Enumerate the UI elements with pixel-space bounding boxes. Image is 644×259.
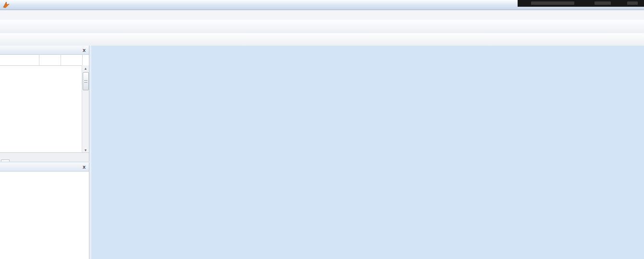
title-bar[interactable] — [0, 0, 644, 10]
column-ask[interactable] — [61, 55, 83, 65]
toolbar-drawing — [0, 33, 644, 46]
scrollbar-thumb[interactable] — [83, 72, 89, 90]
scroll-up-icon[interactable]: ▲ — [83, 65, 88, 71]
market-watch-scrollbar[interactable]: ▲ ▼ — [82, 65, 89, 153]
navigator-header[interactable]: x — [0, 162, 89, 172]
chart-workspace — [91, 46, 644, 259]
navigator-panel: x — [0, 162, 89, 259]
app-logo-icon — [2, 1, 10, 9]
close-icon[interactable]: x — [82, 47, 87, 53]
market-watch-tabs — [0, 152, 89, 161]
application-window: x ▲ ▼ x — [0, 0, 644, 259]
close-icon[interactable]: x — [82, 164, 87, 170]
background-window — [518, 0, 644, 7]
navigator-tree — [0, 172, 89, 173]
market-watch-table — [0, 65, 82, 153]
column-bid[interactable] — [39, 55, 61, 65]
market-watch-panel: x ▲ ▼ — [0, 46, 89, 161]
market-watch-columns — [0, 55, 89, 66]
column-symbol[interactable] — [0, 55, 39, 65]
toolbar-main — [0, 20, 644, 34]
market-watch-header[interactable]: x — [0, 46, 89, 55]
menu-bar — [0, 10, 644, 20]
